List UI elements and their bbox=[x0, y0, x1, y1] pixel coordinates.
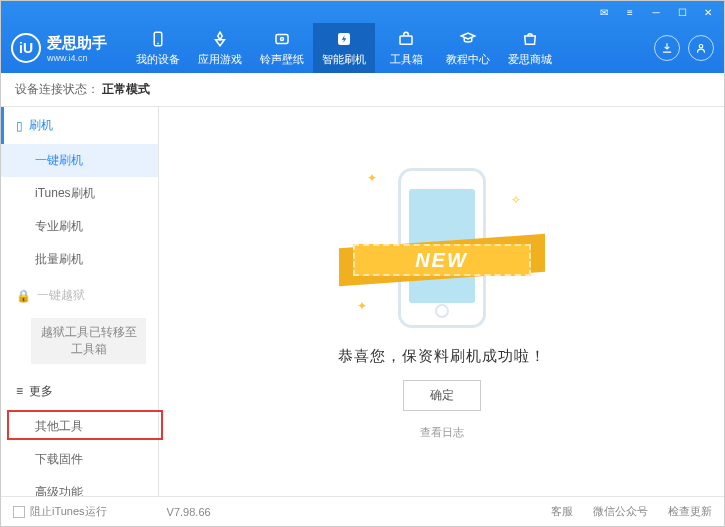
lock-icon: 🔒 bbox=[16, 289, 31, 303]
ribbon-text: NEW bbox=[353, 244, 531, 276]
nav-label: 应用游戏 bbox=[198, 52, 242, 67]
status-label: 设备连接状态： bbox=[15, 81, 99, 98]
logo-url: www.i4.cn bbox=[47, 53, 107, 63]
footer-link-wechat[interactable]: 微信公众号 bbox=[593, 504, 648, 519]
tutorial-icon bbox=[458, 29, 478, 49]
app-header: ✉ ≡ ─ ☐ ✕ iU 爱思助手 www.i4.cn 我的设备 bbox=[1, 1, 724, 73]
main-nav: 我的设备 应用游戏 铃声壁纸 智能刷机 工具箱 bbox=[127, 23, 654, 73]
sidebar-item-pro-flash[interactable]: 专业刷机 bbox=[1, 210, 158, 243]
minimize-button[interactable]: ─ bbox=[645, 3, 667, 21]
user-button[interactable] bbox=[688, 35, 714, 61]
nav-label: 教程中心 bbox=[446, 52, 490, 67]
sidebar-head-jailbreak: 🔒 一键越狱 bbox=[1, 277, 158, 314]
success-message: 恭喜您，保资料刷机成功啦！ bbox=[338, 347, 546, 366]
star-icon: ✦ bbox=[357, 299, 367, 313]
nav-ringtone[interactable]: 铃声壁纸 bbox=[251, 23, 313, 73]
sidebar-item-download-firmware[interactable]: 下载固件 bbox=[1, 443, 158, 476]
main-panel: NEW ✦ ✧ ✦ 恭喜您，保资料刷机成功啦！ 确定 查看日志 bbox=[159, 107, 724, 496]
nav-tutorial[interactable]: 教程中心 bbox=[437, 23, 499, 73]
star-icon: ✦ bbox=[367, 171, 377, 185]
checkbox-icon[interactable] bbox=[13, 506, 25, 518]
nav-label: 爱思商城 bbox=[508, 52, 552, 67]
nav-label: 智能刷机 bbox=[322, 52, 366, 67]
flash-icon bbox=[334, 29, 354, 49]
feedback-icon[interactable]: ✉ bbox=[593, 3, 615, 21]
star-icon: ✧ bbox=[511, 193, 521, 207]
jailbreak-note: 越狱工具已转移至工具箱 bbox=[31, 318, 146, 364]
svg-point-6 bbox=[699, 45, 703, 49]
app-logo: iU 爱思助手 www.i4.cn bbox=[11, 33, 107, 63]
close-button[interactable]: ✕ bbox=[697, 3, 719, 21]
sidebar-item-advanced[interactable]: 高级功能 bbox=[1, 476, 158, 496]
nav-toolbox[interactable]: 工具箱 bbox=[375, 23, 437, 73]
connection-status: 设备连接状态： 正常模式 bbox=[1, 73, 724, 107]
maximize-button[interactable]: ☐ bbox=[671, 3, 693, 21]
menu-icon[interactable]: ≡ bbox=[619, 3, 641, 21]
apps-icon bbox=[210, 29, 230, 49]
nav-apps[interactable]: 应用游戏 bbox=[189, 23, 251, 73]
sidebar-item-oneclick-flash[interactable]: 一键刷机 bbox=[1, 144, 158, 177]
svg-rect-5 bbox=[400, 36, 412, 44]
sidebar-head-label: 刷机 bbox=[29, 117, 53, 134]
nav-label: 工具箱 bbox=[390, 52, 423, 67]
nav-label: 铃声壁纸 bbox=[260, 52, 304, 67]
sidebar-head-flash[interactable]: ▯ 刷机 bbox=[1, 107, 158, 144]
sidebar-item-itunes-flash[interactable]: iTunes刷机 bbox=[1, 177, 158, 210]
block-itunes-label[interactable]: 阻止iTunes运行 bbox=[30, 504, 107, 519]
device-icon bbox=[148, 29, 168, 49]
svg-rect-2 bbox=[276, 35, 288, 44]
status-value: 正常模式 bbox=[102, 81, 150, 98]
store-icon bbox=[520, 29, 540, 49]
nav-smart-flash[interactable]: 智能刷机 bbox=[313, 23, 375, 73]
footer-link-support[interactable]: 客服 bbox=[551, 504, 573, 519]
success-illustration: NEW ✦ ✧ ✦ bbox=[357, 163, 527, 333]
sidebar-item-other-tools[interactable]: 其他工具 bbox=[1, 410, 158, 443]
sidebar-head-more[interactable]: ≡ 更多 bbox=[1, 373, 158, 410]
nav-my-device[interactable]: 我的设备 bbox=[127, 23, 189, 73]
phone-icon: ▯ bbox=[16, 119, 23, 133]
toolbox-icon bbox=[396, 29, 416, 49]
ok-button[interactable]: 确定 bbox=[403, 380, 481, 411]
logo-title: 爱思助手 bbox=[47, 34, 107, 53]
footer: 阻止iTunes运行 V7.98.66 客服 微信公众号 检查更新 bbox=[1, 496, 724, 526]
nav-label: 我的设备 bbox=[136, 52, 180, 67]
view-log-link[interactable]: 查看日志 bbox=[420, 425, 464, 440]
svg-point-3 bbox=[281, 38, 284, 41]
ringtone-icon bbox=[272, 29, 292, 49]
download-button[interactable] bbox=[654, 35, 680, 61]
logo-icon: iU bbox=[11, 33, 41, 63]
new-ribbon: NEW bbox=[339, 241, 545, 279]
footer-link-update[interactable]: 检查更新 bbox=[668, 504, 712, 519]
version-label: V7.98.66 bbox=[167, 506, 211, 518]
sidebar-head-label: 一键越狱 bbox=[37, 287, 85, 304]
sidebar-head-label: 更多 bbox=[29, 383, 53, 400]
sidebar: ▯ 刷机 一键刷机 iTunes刷机 专业刷机 批量刷机 🔒 一键越狱 越狱工具… bbox=[1, 107, 159, 496]
sidebar-item-batch-flash[interactable]: 批量刷机 bbox=[1, 243, 158, 276]
list-icon: ≡ bbox=[16, 384, 23, 398]
nav-store[interactable]: 爱思商城 bbox=[499, 23, 561, 73]
